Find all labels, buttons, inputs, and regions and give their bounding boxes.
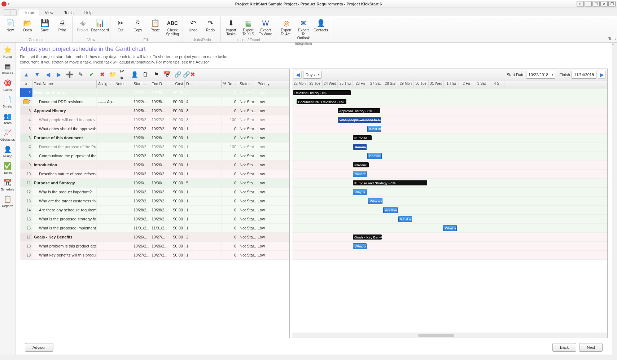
gantt-prev-button[interactable]: ◀	[294, 71, 302, 79]
cell-days[interactable]: 1	[185, 215, 196, 223]
cell-notes[interactable]	[114, 224, 132, 232]
grid-body[interactable]: 1Revision History10/22/...10/25/...$0.00…	[20, 88, 289, 338]
cell-status[interactable]: Not Star...	[238, 188, 256, 196]
gantt-h-scrollbar[interactable]	[292, 333, 607, 338]
table-row[interactable]: 8Communicate the purpose of the PRD to .…	[20, 152, 289, 161]
cell-start-date[interactable]: 10/22/...	[132, 88, 150, 97]
cell-days[interactable]: 3	[185, 106, 196, 115]
gantt-row[interactable]: Commun	[292, 152, 607, 161]
gantt-task-bar[interactable]: What pr	[353, 243, 367, 249]
gantt-body[interactable]: Revision History - 0%Document PRD revisi…	[292, 88, 607, 333]
cell-cost[interactable]: $0.00	[168, 188, 185, 196]
table-row[interactable]: 9Introduction10/26/...10/26/...$0.0010No…	[20, 161, 289, 170]
col-end-date[interactable]: End Date	[150, 80, 168, 88]
cell-done[interactable]: 0	[222, 88, 238, 97]
cell-assignment[interactable]	[97, 115, 114, 124]
cell-assignment[interactable]	[97, 179, 114, 187]
nav-item-phases[interactable]: ▤Phases	[0, 61, 15, 76]
cell-end-date[interactable]: 10/26/2...	[150, 242, 168, 250]
gantt-row[interactable]: Document PRD revisions - 0%	[292, 97, 607, 106]
import-tasks-button[interactable]: ⬇Import Tasks	[223, 17, 239, 37]
gantt-row[interactable]: Goals - Key Benefit	[292, 233, 607, 242]
cell-cost[interactable]: $0.00	[168, 206, 185, 214]
cell-done[interactable]: 0	[222, 161, 238, 169]
cell-cost[interactable]: $0.00	[168, 197, 185, 205]
cell-cost[interactable]: $0.00	[168, 115, 185, 124]
cell-status[interactable]: Not Sta...	[238, 106, 256, 115]
cell-notes[interactable]	[114, 251, 132, 259]
cell-priority[interactable]: Low	[256, 124, 272, 133]
cell-status[interactable]: Not Sta...	[238, 161, 256, 169]
cell-done[interactable]: 0	[222, 215, 238, 223]
maximize-button[interactable]: ☐	[592, 1, 600, 7]
gantt-task-bar[interactable]: What people will need to a...	[338, 117, 381, 123]
table-row[interactable]: 6Purpose of this document10/26/...10/26/…	[20, 133, 289, 142]
cell-notes[interactable]	[114, 152, 132, 160]
cell-task-name[interactable]: Why is the product important?	[32, 188, 97, 196]
back-button[interactable]: Back	[552, 343, 576, 352]
gantt-task-bar[interactable]: Describe	[353, 171, 367, 177]
col-status[interactable]: Status	[238, 80, 256, 88]
cell-start-date[interactable]: 10/26/2...	[132, 188, 150, 196]
cell-start-date[interactable]: 11/01/2...	[132, 224, 150, 232]
cell-assignment[interactable]: ------ Ap...	[97, 97, 114, 106]
cell-priority[interactable]: Low	[256, 142, 272, 151]
cell-days[interactable]: 3	[185, 115, 196, 124]
gantt-summary-bar[interactable]: Revision History - 0%	[293, 90, 351, 95]
cell-assignment[interactable]	[97, 133, 114, 142]
cell-priority[interactable]: Low	[256, 115, 272, 124]
open-button[interactable]: 📂Open	[19, 17, 35, 33]
gantt-row[interactable]: What people will need to a...	[292, 115, 607, 124]
table-row[interactable]: 2Document PRD revisions------ Ap...10/22…	[20, 97, 289, 106]
cell-notes[interactable]	[114, 161, 132, 169]
cell-start-date[interactable]: 10/29/2...	[132, 215, 150, 223]
link-button[interactable]: 🔗	[173, 70, 183, 79]
gantt-row[interactable]	[292, 251, 607, 260]
cell-end-date[interactable]: 10/26/...	[150, 133, 168, 142]
cell-start-date[interactable]: 10/25/...	[132, 106, 150, 115]
advisor-button[interactable]: Advisor	[25, 343, 53, 352]
cell-end-date[interactable]: 10/26/2...	[150, 188, 168, 196]
cell-assignment[interactable]	[97, 215, 114, 223]
cell-status[interactable]: Not Sta...	[238, 179, 256, 187]
cell-task-name[interactable]: What is the proposed implementation str.…	[32, 224, 97, 232]
gantt-summary-bar[interactable]: Purpose	[353, 135, 372, 140]
gantt-row[interactable]: Are ther	[292, 206, 607, 215]
cell-days[interactable]: 1	[185, 124, 196, 133]
cell-done[interactable]: 0	[222, 170, 238, 178]
gantt-task-bar[interactable]: Commun	[367, 153, 382, 159]
gantt-summary-bar[interactable]: Goals - Key Benefit	[353, 234, 382, 240]
cell-status[interactable]: Not Star...	[238, 224, 256, 232]
window-copy-button[interactable]: ❐	[608, 1, 616, 7]
table-row[interactable]: 7Document the purpose of the Product R..…	[20, 142, 289, 152]
cell-start-date[interactable]: 10/27/2...	[132, 251, 150, 259]
cell-task-name[interactable]: What people will need to approve PRD?	[32, 115, 97, 124]
cell-task-name[interactable]: Describes nature of product/service rele…	[32, 170, 97, 178]
flag-button[interactable]: ⚑	[152, 70, 161, 79]
start-date-picker[interactable]: 10/22/2018	[526, 71, 555, 79]
export-word-button[interactable]: WExport To Word	[258, 17, 274, 37]
cell-assignment[interactable]	[97, 197, 114, 205]
nav-item-tasks[interactable]: ✅Tasks	[0, 161, 15, 175]
print-button[interactable]: 🖨Print	[54, 17, 70, 33]
cell-priority[interactable]: Low	[256, 133, 272, 142]
cell-days[interactable]: 1	[185, 206, 196, 214]
cell-notes[interactable]	[114, 88, 132, 97]
cell-status[interactable]: Not Star...	[238, 206, 256, 214]
cell-cost[interactable]: $0.00	[168, 161, 185, 169]
gantt-row[interactable]: Revision History - 0%	[292, 88, 607, 97]
gantt-row[interactable]: What is	[292, 224, 607, 233]
new-button[interactable]: 📄New	[2, 17, 18, 33]
gantt-task-bar[interactable]: Why is t	[353, 189, 367, 195]
table-row[interactable]: 3Approval History10/25/...10/27/...$0.00…	[20, 106, 289, 115]
nav-item-assign[interactable]: 👤Assign	[0, 144, 15, 159]
nav-item-schedule[interactable]: 📆Schedule	[0, 177, 15, 192]
cell-done[interactable]: 0	[222, 197, 238, 205]
table-row[interactable]: 17Goals - Key Benefits10/26/...10/27/...…	[20, 233, 289, 242]
cell-priority[interactable]: Low	[256, 215, 272, 223]
cell-days[interactable]: 1	[185, 251, 196, 259]
col-days[interactable]: Days	[185, 80, 196, 88]
cell-status[interactable]: Not Sta...	[238, 233, 256, 241]
gantt-task-bar[interactable]: Are ther	[383, 207, 398, 213]
cell-done[interactable]: 0	[222, 206, 238, 214]
